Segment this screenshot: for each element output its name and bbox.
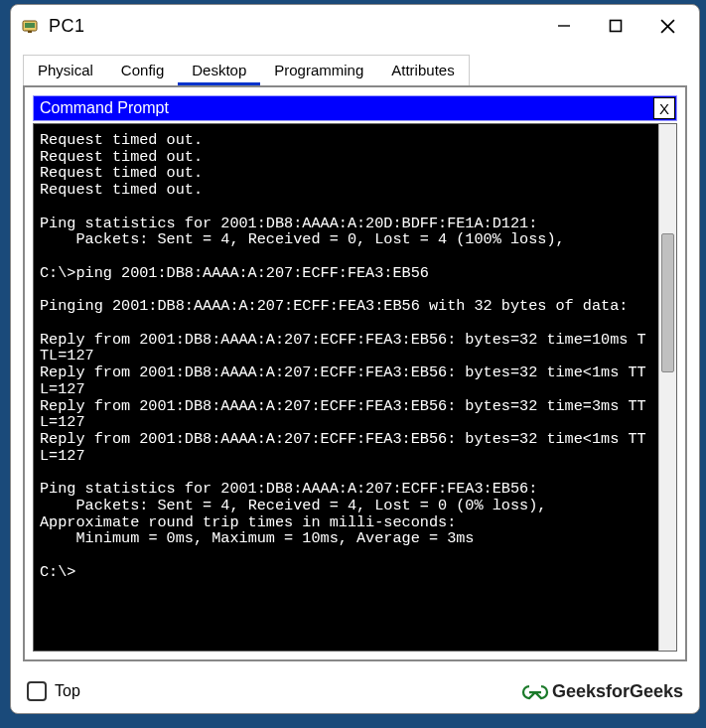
window-title: PC1 bbox=[49, 16, 530, 37]
titlebar[interactable]: PC1 bbox=[11, 5, 699, 47]
svg-rect-1 bbox=[25, 23, 35, 28]
footer-brand: GeeksforGeeks bbox=[520, 681, 683, 702]
close-button[interactable] bbox=[641, 5, 693, 47]
svg-line-6 bbox=[661, 20, 674, 33]
svg-line-5 bbox=[661, 20, 674, 33]
command-prompt-output[interactable]: Request timed out. Request timed out. Re… bbox=[34, 124, 658, 651]
svg-rect-4 bbox=[611, 21, 622, 32]
svg-rect-2 bbox=[28, 31, 32, 33]
app-icon bbox=[21, 16, 41, 36]
checkbox-icon[interactable] bbox=[27, 681, 47, 701]
maximize-button[interactable] bbox=[590, 5, 641, 47]
top-checkbox-wrap[interactable]: Top bbox=[27, 681, 80, 701]
tab-desktop[interactable]: Desktop bbox=[178, 56, 260, 85]
tab-attributes[interactable]: Attributes bbox=[377, 56, 468, 85]
footer: Top GeeksforGeeks bbox=[11, 669, 699, 713]
tab-programming[interactable]: Programming bbox=[260, 56, 377, 85]
footer-brand-text: GeeksforGeeks bbox=[552, 681, 683, 702]
top-checkbox-label: Top bbox=[55, 682, 80, 700]
tabs: Physical Config Desktop Programming Attr… bbox=[23, 55, 470, 85]
command-prompt-titlebar[interactable]: Command Prompt X bbox=[33, 95, 677, 121]
desktop-content: Command Prompt X Request timed out. Requ… bbox=[23, 85, 687, 661]
app-window: PC1 Physical Config Desktop Programming … bbox=[10, 4, 700, 714]
command-prompt-body-wrap: Request timed out. Request timed out. Re… bbox=[33, 123, 677, 652]
geeksforgeeks-logo-icon bbox=[520, 682, 546, 700]
tab-config[interactable]: Config bbox=[107, 56, 178, 85]
command-prompt-title: Command Prompt bbox=[40, 99, 169, 117]
minimize-button[interactable] bbox=[538, 5, 590, 47]
tabs-container: Physical Config Desktop Programming Attr… bbox=[11, 47, 699, 85]
scrollbar-thumb[interactable] bbox=[661, 233, 674, 372]
command-prompt-close-button[interactable]: X bbox=[653, 97, 675, 119]
window-controls bbox=[538, 5, 693, 47]
tab-physical[interactable]: Physical bbox=[24, 56, 107, 85]
command-prompt-scrollbar[interactable] bbox=[658, 124, 676, 651]
